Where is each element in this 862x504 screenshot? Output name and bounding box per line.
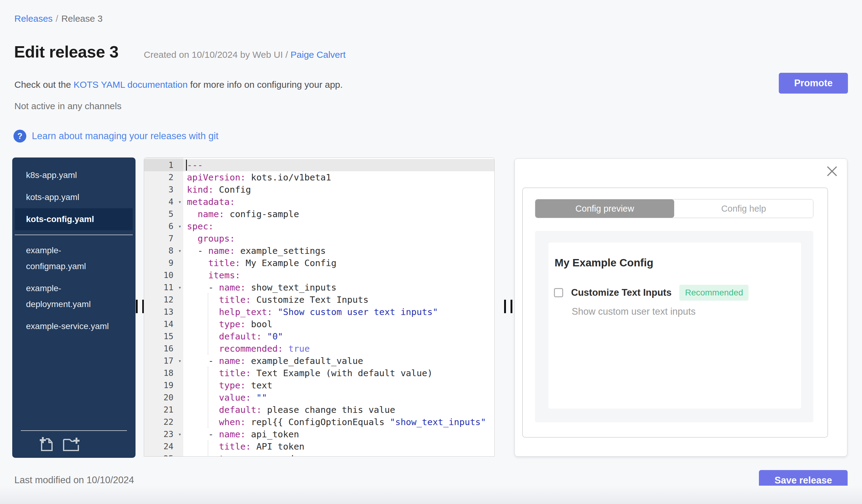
bottom-fade [0, 486, 862, 504]
line-number: 12 [144, 294, 183, 306]
pane-resize-handle-left[interactable] [136, 300, 144, 313]
fold-toggle-icon[interactable]: ▾ [178, 245, 181, 257]
line-number: 20 [144, 392, 183, 404]
line-number: 17▾ [144, 355, 183, 367]
config-tabs: Config previewConfig help [535, 199, 813, 218]
line-number: 25 [144, 453, 183, 456]
line-number: 11▾ [144, 281, 183, 294]
breadcrumb-releases-link[interactable]: Releases [14, 13, 53, 24]
file-list-top: k8s-app.yamlkots-app.yamlkots-config.yam… [12, 164, 135, 230]
config-preview-panel: Config previewConfig help My Example Con… [514, 158, 847, 456]
line-number: 13 [144, 306, 183, 318]
file-list-bottom: example-configmap.yamlexample-deployment… [12, 239, 135, 337]
code-line-2[interactable]: apiVersion: kots.io/v1beta1 [183, 171, 494, 184]
code-line-19[interactable]: type: text [183, 379, 494, 392]
line-number: 15 [144, 330, 183, 343]
config-item-title: Customize Text Inputs [571, 287, 671, 298]
line-number: 9 [144, 257, 183, 269]
breadcrumb-separator: / [56, 13, 58, 24]
line-number: 21 [144, 404, 183, 416]
line-number: 19 [144, 379, 183, 392]
customize-text-inputs-checkbox[interactable] [554, 288, 563, 297]
editor-gutter: 1234▾56▾78▾91011▾121314151617▾1819202122… [144, 158, 183, 456]
indent-guide [208, 367, 208, 428]
code-line-18[interactable]: title: Text Example (with default value) [183, 367, 494, 379]
code-line-5[interactable]: name: config-sample [183, 208, 494, 220]
code-line-15[interactable]: default: "0" [183, 330, 494, 343]
file-sidebar: k8s-app.yamlkots-app.yamlkots-config.yam… [12, 158, 135, 458]
git-releases-help[interactable]: ? Learn about managing your releases wit… [13, 130, 218, 143]
breadcrumb: Releases/Release 3 [14, 13, 103, 24]
line-number: 3 [144, 184, 183, 196]
code-line-23[interactable]: - name: api_token [183, 428, 494, 440]
code-line-16[interactable]: recommended: true [183, 343, 494, 355]
git-releases-link[interactable]: Learn about managing your releases with … [32, 131, 218, 142]
tab-config-preview[interactable]: Config preview [535, 199, 674, 218]
code-line-11[interactable]: - name: show_text_inputs [183, 281, 494, 294]
new-file-icon[interactable] [39, 436, 54, 452]
fold-toggle-icon[interactable]: ▾ [178, 355, 181, 367]
pane-resize-handle-right[interactable] [504, 300, 512, 313]
line-number: 1 [144, 159, 183, 171]
code-line-13[interactable]: help_text: "Show custom user text inputs… [183, 306, 494, 318]
file-item-kots-config.yaml[interactable]: kots-config.yaml [15, 208, 133, 230]
line-number: 5 [144, 208, 183, 220]
code-line-10[interactable]: items: [183, 269, 494, 281]
code-line-24[interactable]: title: API token [183, 440, 494, 453]
line-number: 18 [144, 367, 183, 379]
gutter-rows: 1234▾56▾78▾91011▾121314151617▾1819202122… [144, 158, 183, 456]
code-line-12[interactable]: title: Customize Text Inputs [183, 294, 494, 306]
code-line-8[interactable]: - name: example_settings [183, 245, 494, 257]
code-line-14[interactable]: type: bool [183, 318, 494, 330]
file-item-k8s-app.yaml[interactable]: k8s-app.yaml [12, 164, 135, 186]
doc-note-suffix: for more info on configuring your app. [187, 80, 343, 90]
tab-config-help[interactable]: Config help [674, 199, 813, 218]
line-number: 22 [144, 416, 183, 428]
code-line-9[interactable]: title: My Example Config [183, 257, 494, 269]
fold-toggle-icon[interactable]: ▾ [178, 220, 181, 233]
code-line-21[interactable]: default: please change this value [183, 404, 494, 416]
line-number: 16 [144, 343, 183, 355]
close-icon[interactable] [825, 164, 839, 178]
new-folder-icon[interactable] [62, 436, 81, 452]
question-mark-icon: ? [13, 130, 26, 143]
code-line-3[interactable]: kind: Config [183, 184, 494, 196]
sidebar-footer [12, 430, 135, 458]
release-meta: Created on 10/10/2024 by Web UI / Paige … [144, 50, 346, 60]
page-title: Edit release 3 [14, 42, 118, 61]
fold-toggle-icon[interactable]: ▾ [178, 196, 181, 208]
indent-guide [208, 440, 208, 456]
code-line-1[interactable]: --- [183, 159, 494, 171]
file-item-kots-app.yaml[interactable]: kots-app.yaml [12, 186, 135, 208]
release-meta-text: Created on 10/10/2024 by Web UI / [144, 50, 291, 59]
line-number: 6▾ [144, 220, 183, 233]
author-link[interactable]: Paige Calvert [291, 50, 346, 59]
code-line-17[interactable]: - name: example_default_value [183, 355, 494, 367]
code-line-4[interactable]: metadata: [183, 196, 494, 208]
kots-yaml-docs-link[interactable]: KOTS YAML documentation [74, 80, 187, 90]
text-cursor [186, 160, 187, 171]
documentation-note: Check out the KOTS YAML documentation fo… [14, 80, 343, 90]
line-number: 24 [144, 440, 183, 453]
file-list-divider [15, 235, 133, 235]
code-line-20[interactable]: value: "" [183, 392, 494, 404]
fold-toggle-icon[interactable]: ▾ [178, 428, 181, 440]
config-group-title: My Example Config [554, 256, 653, 269]
line-number: 4▾ [144, 196, 183, 208]
code-line-22[interactable]: when: repl{{ ConfigOptionEquals "show_te… [183, 416, 494, 428]
file-item-example-service.yaml[interactable]: example-service.yaml [12, 315, 135, 337]
code-line-7[interactable]: groups: [183, 233, 494, 245]
promote-button[interactable]: Promote [779, 73, 848, 94]
code-line-25[interactable]: type: password [183, 453, 494, 456]
file-list: k8s-app.yamlkots-app.yamlkots-config.yam… [12, 164, 135, 337]
line-number: 23▾ [144, 428, 183, 440]
line-number: 14 [144, 318, 183, 330]
fold-toggle-icon[interactable]: ▾ [178, 281, 181, 294]
file-item-example-deployment.yaml[interactable]: example-deployment.yaml [12, 277, 135, 315]
config-item-help-text: Show custom user text inputs [572, 306, 696, 317]
release-editor-page: Releases/Release 3 Edit release 3 Create… [0, 0, 862, 504]
yaml-code-editor[interactable]: 1234▾56▾78▾91011▾121314151617▾1819202122… [144, 158, 495, 456]
code-line-6[interactable]: spec: [183, 220, 494, 233]
file-item-example-configmap.yaml[interactable]: example-configmap.yaml [12, 239, 135, 277]
line-number: 7 [144, 233, 183, 245]
